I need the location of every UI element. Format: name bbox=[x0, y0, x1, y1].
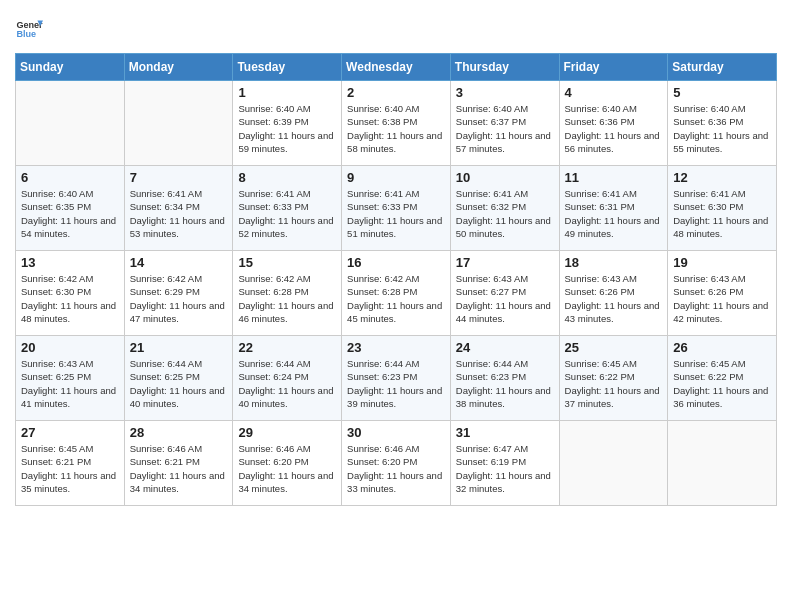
day-info: Sunrise: 6:42 AM Sunset: 6:28 PM Dayligh… bbox=[347, 272, 445, 325]
day-info: Sunrise: 6:41 AM Sunset: 6:33 PM Dayligh… bbox=[347, 187, 445, 240]
calendar-cell: 1Sunrise: 6:40 AM Sunset: 6:39 PM Daylig… bbox=[233, 81, 342, 166]
calendar-cell: 26Sunrise: 6:45 AM Sunset: 6:22 PM Dayli… bbox=[668, 336, 777, 421]
calendar-table: SundayMondayTuesdayWednesdayThursdayFrid… bbox=[15, 53, 777, 506]
calendar-cell: 4Sunrise: 6:40 AM Sunset: 6:36 PM Daylig… bbox=[559, 81, 668, 166]
day-info: Sunrise: 6:43 AM Sunset: 6:27 PM Dayligh… bbox=[456, 272, 554, 325]
day-info: Sunrise: 6:46 AM Sunset: 6:20 PM Dayligh… bbox=[238, 442, 336, 495]
calendar-cell: 24Sunrise: 6:44 AM Sunset: 6:23 PM Dayli… bbox=[450, 336, 559, 421]
day-info: Sunrise: 6:44 AM Sunset: 6:23 PM Dayligh… bbox=[347, 357, 445, 410]
calendar-cell: 15Sunrise: 6:42 AM Sunset: 6:28 PM Dayli… bbox=[233, 251, 342, 336]
day-of-week-header: Friday bbox=[559, 54, 668, 81]
day-number: 7 bbox=[130, 170, 228, 185]
day-number: 15 bbox=[238, 255, 336, 270]
day-number: 3 bbox=[456, 85, 554, 100]
calendar-cell: 19Sunrise: 6:43 AM Sunset: 6:26 PM Dayli… bbox=[668, 251, 777, 336]
calendar-week-row: 27Sunrise: 6:45 AM Sunset: 6:21 PM Dayli… bbox=[16, 421, 777, 506]
day-info: Sunrise: 6:41 AM Sunset: 6:33 PM Dayligh… bbox=[238, 187, 336, 240]
day-number: 14 bbox=[130, 255, 228, 270]
header: General Blue bbox=[15, 15, 777, 43]
day-info: Sunrise: 6:42 AM Sunset: 6:30 PM Dayligh… bbox=[21, 272, 119, 325]
calendar-cell: 21Sunrise: 6:44 AM Sunset: 6:25 PM Dayli… bbox=[124, 336, 233, 421]
day-info: Sunrise: 6:43 AM Sunset: 6:25 PM Dayligh… bbox=[21, 357, 119, 410]
svg-text:Blue: Blue bbox=[16, 29, 36, 39]
day-info: Sunrise: 6:46 AM Sunset: 6:20 PM Dayligh… bbox=[347, 442, 445, 495]
calendar-week-row: 1Sunrise: 6:40 AM Sunset: 6:39 PM Daylig… bbox=[16, 81, 777, 166]
day-number: 9 bbox=[347, 170, 445, 185]
calendar-cell bbox=[668, 421, 777, 506]
day-number: 19 bbox=[673, 255, 771, 270]
calendar-cell: 27Sunrise: 6:45 AM Sunset: 6:21 PM Dayli… bbox=[16, 421, 125, 506]
day-info: Sunrise: 6:47 AM Sunset: 6:19 PM Dayligh… bbox=[456, 442, 554, 495]
day-info: Sunrise: 6:40 AM Sunset: 6:36 PM Dayligh… bbox=[673, 102, 771, 155]
day-info: Sunrise: 6:40 AM Sunset: 6:37 PM Dayligh… bbox=[456, 102, 554, 155]
day-number: 25 bbox=[565, 340, 663, 355]
day-info: Sunrise: 6:41 AM Sunset: 6:30 PM Dayligh… bbox=[673, 187, 771, 240]
day-info: Sunrise: 6:40 AM Sunset: 6:38 PM Dayligh… bbox=[347, 102, 445, 155]
day-info: Sunrise: 6:42 AM Sunset: 6:28 PM Dayligh… bbox=[238, 272, 336, 325]
day-of-week-header: Saturday bbox=[668, 54, 777, 81]
day-number: 26 bbox=[673, 340, 771, 355]
day-info: Sunrise: 6:43 AM Sunset: 6:26 PM Dayligh… bbox=[673, 272, 771, 325]
day-number: 16 bbox=[347, 255, 445, 270]
day-info: Sunrise: 6:43 AM Sunset: 6:26 PM Dayligh… bbox=[565, 272, 663, 325]
calendar-cell bbox=[16, 81, 125, 166]
day-number: 23 bbox=[347, 340, 445, 355]
day-of-week-header: Thursday bbox=[450, 54, 559, 81]
calendar-cell: 16Sunrise: 6:42 AM Sunset: 6:28 PM Dayli… bbox=[342, 251, 451, 336]
calendar-cell: 13Sunrise: 6:42 AM Sunset: 6:30 PM Dayli… bbox=[16, 251, 125, 336]
day-number: 12 bbox=[673, 170, 771, 185]
day-number: 1 bbox=[238, 85, 336, 100]
calendar-cell: 6Sunrise: 6:40 AM Sunset: 6:35 PM Daylig… bbox=[16, 166, 125, 251]
calendar-week-row: 13Sunrise: 6:42 AM Sunset: 6:30 PM Dayli… bbox=[16, 251, 777, 336]
calendar-cell: 28Sunrise: 6:46 AM Sunset: 6:21 PM Dayli… bbox=[124, 421, 233, 506]
day-number: 20 bbox=[21, 340, 119, 355]
day-number: 18 bbox=[565, 255, 663, 270]
logo: General Blue bbox=[15, 15, 43, 43]
calendar-cell: 17Sunrise: 6:43 AM Sunset: 6:27 PM Dayli… bbox=[450, 251, 559, 336]
calendar-cell: 2Sunrise: 6:40 AM Sunset: 6:38 PM Daylig… bbox=[342, 81, 451, 166]
calendar-header-row: SundayMondayTuesdayWednesdayThursdayFrid… bbox=[16, 54, 777, 81]
day-number: 24 bbox=[456, 340, 554, 355]
calendar-cell: 22Sunrise: 6:44 AM Sunset: 6:24 PM Dayli… bbox=[233, 336, 342, 421]
day-number: 27 bbox=[21, 425, 119, 440]
calendar-cell: 12Sunrise: 6:41 AM Sunset: 6:30 PM Dayli… bbox=[668, 166, 777, 251]
day-of-week-header: Sunday bbox=[16, 54, 125, 81]
page: General Blue SundayMondayTuesdayWednesda… bbox=[0, 0, 792, 612]
calendar-cell: 8Sunrise: 6:41 AM Sunset: 6:33 PM Daylig… bbox=[233, 166, 342, 251]
day-of-week-header: Tuesday bbox=[233, 54, 342, 81]
calendar-cell: 25Sunrise: 6:45 AM Sunset: 6:22 PM Dayli… bbox=[559, 336, 668, 421]
day-info: Sunrise: 6:44 AM Sunset: 6:23 PM Dayligh… bbox=[456, 357, 554, 410]
calendar-cell: 30Sunrise: 6:46 AM Sunset: 6:20 PM Dayli… bbox=[342, 421, 451, 506]
day-info: Sunrise: 6:42 AM Sunset: 6:29 PM Dayligh… bbox=[130, 272, 228, 325]
calendar-cell: 9Sunrise: 6:41 AM Sunset: 6:33 PM Daylig… bbox=[342, 166, 451, 251]
day-number: 5 bbox=[673, 85, 771, 100]
calendar-cell: 23Sunrise: 6:44 AM Sunset: 6:23 PM Dayli… bbox=[342, 336, 451, 421]
day-number: 21 bbox=[130, 340, 228, 355]
day-info: Sunrise: 6:45 AM Sunset: 6:21 PM Dayligh… bbox=[21, 442, 119, 495]
calendar-cell: 29Sunrise: 6:46 AM Sunset: 6:20 PM Dayli… bbox=[233, 421, 342, 506]
day-number: 11 bbox=[565, 170, 663, 185]
calendar-cell bbox=[559, 421, 668, 506]
day-number: 17 bbox=[456, 255, 554, 270]
day-number: 29 bbox=[238, 425, 336, 440]
day-info: Sunrise: 6:41 AM Sunset: 6:34 PM Dayligh… bbox=[130, 187, 228, 240]
calendar-cell bbox=[124, 81, 233, 166]
calendar-cell: 5Sunrise: 6:40 AM Sunset: 6:36 PM Daylig… bbox=[668, 81, 777, 166]
day-info: Sunrise: 6:41 AM Sunset: 6:31 PM Dayligh… bbox=[565, 187, 663, 240]
day-of-week-header: Monday bbox=[124, 54, 233, 81]
day-number: 22 bbox=[238, 340, 336, 355]
day-info: Sunrise: 6:40 AM Sunset: 6:35 PM Dayligh… bbox=[21, 187, 119, 240]
day-number: 10 bbox=[456, 170, 554, 185]
day-info: Sunrise: 6:46 AM Sunset: 6:21 PM Dayligh… bbox=[130, 442, 228, 495]
day-info: Sunrise: 6:45 AM Sunset: 6:22 PM Dayligh… bbox=[673, 357, 771, 410]
calendar-cell: 3Sunrise: 6:40 AM Sunset: 6:37 PM Daylig… bbox=[450, 81, 559, 166]
calendar-week-row: 20Sunrise: 6:43 AM Sunset: 6:25 PM Dayli… bbox=[16, 336, 777, 421]
day-number: 8 bbox=[238, 170, 336, 185]
day-info: Sunrise: 6:45 AM Sunset: 6:22 PM Dayligh… bbox=[565, 357, 663, 410]
calendar-cell: 31Sunrise: 6:47 AM Sunset: 6:19 PM Dayli… bbox=[450, 421, 559, 506]
calendar-cell: 7Sunrise: 6:41 AM Sunset: 6:34 PM Daylig… bbox=[124, 166, 233, 251]
day-number: 4 bbox=[565, 85, 663, 100]
calendar-week-row: 6Sunrise: 6:40 AM Sunset: 6:35 PM Daylig… bbox=[16, 166, 777, 251]
day-info: Sunrise: 6:40 AM Sunset: 6:39 PM Dayligh… bbox=[238, 102, 336, 155]
day-number: 2 bbox=[347, 85, 445, 100]
